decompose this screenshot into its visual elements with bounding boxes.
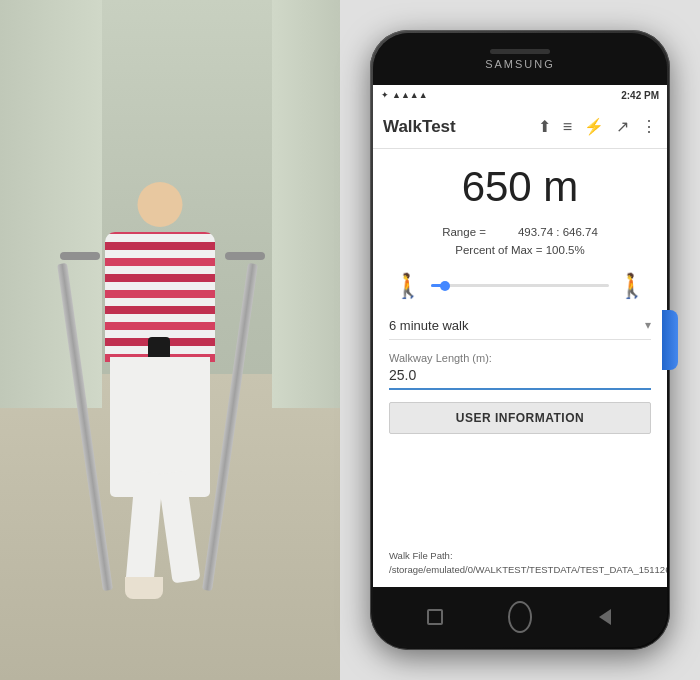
phone-outer: SAMSUNG ✦ ▲▲▲▲ 2:42 PM WalkTest	[370, 30, 670, 650]
run-icon[interactable]: ⚡	[584, 117, 604, 136]
bluetooth-icon: ✦	[381, 90, 389, 100]
walkway-input-row: Walkway Length (m): 25.0	[389, 348, 651, 390]
menu-icon[interactable]: ≡	[563, 118, 572, 136]
speaker	[490, 49, 550, 54]
range-line: Range = 493.74 : 646.74	[389, 223, 651, 241]
recent-apps-icon	[427, 609, 443, 625]
app-bar-icons: ⬆ ≡ ⚡ ↗ ⋮	[538, 117, 657, 136]
crutch-handle-right	[225, 252, 265, 260]
range-label: Range =	[442, 226, 486, 238]
person-figure	[60, 172, 260, 612]
walk-type-label: 6 minute walk	[389, 318, 645, 333]
status-icons: ✦ ▲▲▲▲	[381, 90, 428, 100]
phone-top-bezel: SAMSUNG	[373, 33, 667, 85]
walkway-label: Walkway Length (m):	[389, 352, 651, 364]
phone-panel: SAMSUNG ✦ ▲▲▲▲ 2:42 PM WalkTest	[340, 0, 700, 680]
home-button[interactable]	[508, 605, 532, 629]
brand-label: SAMSUNG	[485, 58, 555, 70]
walkway-value[interactable]: 25.0	[389, 367, 416, 383]
range-info: Range = 493.74 : 646.74 Percent of Max =…	[389, 223, 651, 260]
status-bar: ✦ ▲▲▲▲ 2:42 PM	[373, 85, 667, 105]
app-title: WalkTest	[383, 117, 538, 137]
photo-panel	[0, 0, 340, 680]
slider-thumb[interactable]	[440, 281, 450, 291]
photo-background	[0, 0, 340, 680]
percent-line: Percent of Max = 100.5%	[389, 241, 651, 259]
phone-screen: ✦ ▲▲▲▲ 2:42 PM WalkTest ⬆ ≡ ⚡ ↗	[373, 85, 667, 587]
walk-type-dropdown[interactable]: 6 minute walk ▾	[389, 312, 651, 340]
main-container: SAMSUNG ✦ ▲▲▲▲ 2:42 PM WalkTest	[0, 0, 700, 680]
person-icon-red: 🚶	[393, 272, 423, 300]
file-path-label: Walk File Path: /storage/emulated/0/WALK…	[389, 543, 651, 578]
more-icon[interactable]: ⋮	[641, 117, 657, 136]
share-icon[interactable]: ↗	[616, 117, 629, 136]
user-information-button[interactable]: USER INFORMATION	[389, 402, 651, 434]
slider-track[interactable]	[431, 284, 609, 287]
app-bar: WalkTest ⬆ ≡ ⚡ ↗ ⋮	[373, 105, 667, 149]
edge-tab	[662, 310, 678, 370]
hallway-wall-right	[272, 0, 340, 408]
person-icon-green: 🚶	[617, 272, 647, 300]
phone-inner: SAMSUNG ✦ ▲▲▲▲ 2:42 PM WalkTest	[373, 33, 667, 647]
range-value: 493.74 : 646.74	[518, 226, 598, 238]
home-icon	[508, 601, 532, 633]
recent-apps-button[interactable]	[423, 605, 447, 629]
slider-section: 🚶 🚶	[389, 272, 651, 300]
status-time: 2:42 PM	[621, 90, 659, 101]
person-head	[138, 182, 183, 227]
phone-bottom-bezel	[373, 587, 667, 647]
back-button[interactable]	[593, 605, 617, 629]
screen-content: 650 m Range = 493.74 : 646.74 Percent of…	[373, 149, 667, 587]
crutch-handle-left	[60, 252, 100, 260]
signal-icon: ▲▲▲▲	[392, 90, 428, 100]
person-shoe	[125, 577, 163, 599]
chevron-down-icon: ▾	[645, 318, 651, 332]
upload-icon[interactable]: ⬆	[538, 117, 551, 136]
distance-display: 650 m	[389, 163, 651, 211]
back-icon	[599, 609, 611, 625]
